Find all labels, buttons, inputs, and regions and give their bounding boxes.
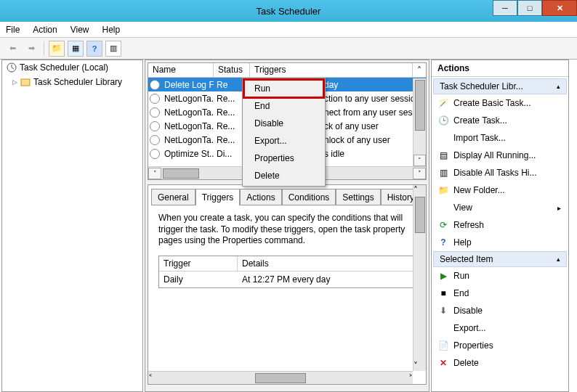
action-display-running[interactable]: ▤Display All Running...: [433, 147, 567, 164]
tab-triggers[interactable]: Triggers: [195, 189, 241, 205]
task-name: NetLogonTa...: [161, 94, 214, 104]
minimize-button[interactable]: ─: [493, 0, 517, 16]
back-button[interactable]: ⬅: [4, 41, 20, 57]
trigger-row[interactable]: Daily At 12:27 PM every day: [159, 271, 415, 287]
scroll-left-icon[interactable]: ˂: [148, 373, 153, 383]
ctx-export[interactable]: Export...: [244, 132, 323, 150]
disable-arrow-icon: ⬇: [437, 305, 449, 317]
wizard-icon: 🪄: [437, 97, 449, 109]
tab-conditions[interactable]: Conditions: [282, 189, 336, 205]
trigger-col-details[interactable]: Details: [238, 256, 415, 271]
action-run[interactable]: ▶Run: [433, 267, 567, 285]
task-name: Delete Log F...: [161, 80, 214, 90]
detail-horizontal-scrollbar[interactable]: ˂ ˃: [148, 371, 413, 384]
actions-section-selected[interactable]: Selected Item ▴: [433, 251, 567, 267]
col-name[interactable]: Name: [148, 63, 214, 77]
menubar: File Action View Help: [0, 22, 577, 38]
action-create-basic-task[interactable]: 🪄Create Basic Task...: [433, 94, 567, 112]
scroll-thumb[interactable]: [415, 197, 425, 233]
scroll-up-icon[interactable]: ˄: [413, 185, 426, 195]
task-icon: [150, 80, 160, 90]
task-list: Name Status Triggers ˄ Delete Log F... R…: [148, 62, 427, 180]
middle-pane: Name Status Triggers ˄ Delete Log F... R…: [145, 60, 429, 392]
folder-icon[interactable]: 📁: [49, 41, 65, 57]
action-refresh[interactable]: ⟳Refresh: [433, 216, 567, 234]
forward-button[interactable]: ➡: [23, 41, 39, 57]
action-new-folder[interactable]: 📁New Folder...: [433, 181, 567, 199]
detail-vertical-scrollbar[interactable]: ˄ ˅: [413, 185, 426, 371]
menu-help[interactable]: Help: [102, 25, 121, 35]
view-icon: [437, 202, 449, 213]
scroll-thumb[interactable]: [255, 373, 306, 383]
running-icon: ▤: [437, 150, 449, 161]
menu-view[interactable]: View: [70, 25, 89, 35]
folder-icon: 📁: [437, 184, 449, 196]
refresh-icon: ⟳: [437, 219, 449, 231]
maximize-button[interactable]: □: [517, 0, 542, 16]
col-triggers[interactable]: Triggers: [250, 63, 413, 77]
scroll-down-icon[interactable]: ˅: [413, 155, 426, 166]
play-icon: ▶: [437, 270, 449, 282]
detail-panel: General Triggers Actions Conditions Sett…: [148, 184, 427, 385]
scroll-thumb[interactable]: [415, 80, 425, 131]
window-title: Task Scheduler: [0, 6, 577, 17]
task-trigger: nect from any user sess: [321, 107, 419, 118]
trigger-value: Daily: [164, 274, 242, 285]
tab-actions[interactable]: Actions: [240, 189, 281, 205]
tree-root-label: Task Scheduler (Local): [20, 62, 108, 73]
action-disable[interactable]: ⬇Disable: [433, 302, 567, 319]
task-name: NetLogonTa...: [161, 121, 214, 131]
action-help[interactable]: ?Help: [433, 234, 567, 251]
scroll-thumb[interactable]: [163, 168, 199, 179]
action-view[interactable]: View: [433, 199, 567, 216]
collapse-icon[interactable]: ▴: [557, 83, 560, 90]
task-name: Optimize St...: [161, 149, 214, 159]
properties-icon: 📄: [437, 340, 449, 351]
ctx-end[interactable]: End: [244, 97, 323, 115]
action-end[interactable]: ■End: [433, 285, 567, 302]
col-status[interactable]: Status: [214, 63, 250, 77]
ctx-delete[interactable]: Delete: [244, 167, 323, 184]
refresh-icon[interactable]: ▥: [105, 41, 121, 57]
action-import-task[interactable]: Import Task...: [433, 129, 567, 147]
scroll-up-icon[interactable]: ˄: [413, 63, 426, 77]
stop-icon: ■: [437, 287, 449, 299]
delete-icon: ✕: [437, 357, 449, 369]
task-trigger: nlock of any user: [321, 135, 393, 145]
help-icon[interactable]: ?: [86, 41, 102, 57]
scroll-down-icon[interactable]: ˅: [413, 361, 426, 371]
task-icon: [150, 121, 160, 131]
tree-root[interactable]: Task Scheduler (Local): [2, 60, 142, 75]
ctx-run[interactable]: Run: [244, 80, 323, 97]
action-create-task[interactable]: 🕒Create Task...: [433, 112, 567, 129]
actions-section-library[interactable]: Task Scheduler Libr... ▴: [433, 78, 567, 94]
folder-clock-icon: [20, 77, 31, 87]
action-delete[interactable]: ✕Delete: [433, 354, 567, 372]
task-name: NetLogonTa...: [161, 107, 214, 118]
ctx-disable[interactable]: Disable: [244, 115, 323, 132]
close-button[interactable]: ✕: [542, 0, 577, 16]
trigger-details: At 12:27 PM every day: [242, 274, 330, 285]
import-icon: [437, 132, 449, 144]
action-disable-all[interactable]: ▥Disable All Tasks Hi...: [433, 164, 567, 181]
tab-general[interactable]: General: [151, 189, 195, 205]
task-icon: 🕒: [437, 115, 449, 126]
separator: [44, 41, 44, 56]
menu-action[interactable]: Action: [33, 25, 57, 35]
tree-library[interactable]: ▷ Task Scheduler Library: [2, 75, 142, 89]
collapse-icon[interactable]: ▴: [557, 256, 560, 263]
expand-icon[interactable]: ▷: [12, 78, 17, 86]
vertical-scrollbar[interactable]: ˅: [413, 78, 426, 166]
scroll-right-icon[interactable]: ˃: [413, 168, 426, 179]
action-export[interactable]: Export...: [433, 319, 567, 337]
trigger-col-trigger[interactable]: Trigger: [159, 256, 238, 271]
tab-settings[interactable]: Settings: [336, 189, 380, 205]
task-icon: [150, 107, 160, 118]
scroll-right-icon[interactable]: ˃: [408, 373, 413, 383]
toolbar: ⬅ ➡ 📁 ▦ ? ▥: [0, 38, 577, 60]
menu-file[interactable]: File: [6, 25, 20, 35]
ctx-properties[interactable]: Properties: [244, 150, 323, 167]
scroll-left-icon[interactable]: ˂: [148, 168, 161, 179]
action-properties[interactable]: 📄Properties: [433, 337, 567, 354]
panel-icon[interactable]: ▦: [68, 41, 84, 57]
